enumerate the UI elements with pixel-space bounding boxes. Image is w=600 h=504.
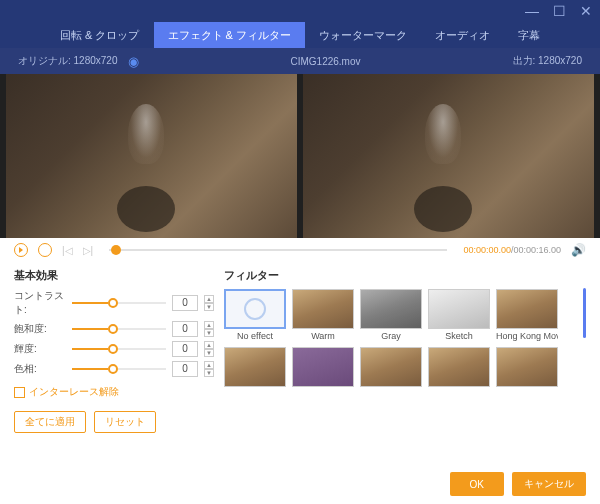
saturation-label: 飽和度: xyxy=(14,322,66,336)
filter-label: Sketch xyxy=(428,331,490,341)
saturation-value[interactable]: 0 xyxy=(172,321,198,337)
output-preview xyxy=(303,74,594,238)
info-bar: オリジナル: 1280x720 ◉ CIMG1226.mov 出力: 1280x… xyxy=(0,48,600,74)
preview-area xyxy=(0,74,600,238)
saturation-stepper[interactable]: ▲▼ xyxy=(204,321,214,337)
hue-stepper[interactable]: ▲▼ xyxy=(204,361,214,377)
brightness-stepper[interactable]: ▲▼ xyxy=(204,341,214,357)
dialog-footer: OK キャンセル xyxy=(450,472,586,496)
brightness-row: 輝度: 0 ▲▼ xyxy=(14,341,214,357)
contrast-value[interactable]: 0 xyxy=(172,295,198,311)
checkbox-icon xyxy=(14,387,25,398)
tab-bar: 回転 & クロップ エフェクト & フィルター ウォーターマーク オーディオ 字… xyxy=(0,22,600,48)
contrast-slider[interactable] xyxy=(72,302,166,304)
contrast-label: コントラスト: xyxy=(14,289,66,317)
contrast-row: コントラスト: 0 ▲▼ xyxy=(14,289,214,317)
filter-thumb[interactable] xyxy=(224,347,286,387)
filter-scrollbar[interactable] xyxy=(583,288,586,338)
hue-label: 色相: xyxy=(14,362,66,376)
basic-effects-title: 基本効果 xyxy=(14,268,214,283)
filter-sketch[interactable] xyxy=(428,289,490,329)
volume-icon[interactable]: 🔊 xyxy=(571,243,586,257)
filter-no-effect[interactable] xyxy=(224,289,286,329)
filter-label: No effect xyxy=(224,331,286,341)
stop-button[interactable] xyxy=(38,243,52,257)
brightness-value[interactable]: 0 xyxy=(172,341,198,357)
minimize-button[interactable]: — xyxy=(525,3,539,19)
tab-rotate-crop[interactable]: 回転 & クロップ xyxy=(46,22,153,48)
deinterlace-checkbox[interactable]: インターレース解除 xyxy=(14,385,214,399)
filters-panel: フィルター No effect Warm Gray Sketch Hong Ko… xyxy=(224,268,573,462)
tab-subtitle[interactable]: 字幕 xyxy=(504,22,554,48)
filters-title: フィルター xyxy=(224,268,573,283)
filter-warm[interactable] xyxy=(292,289,354,329)
apply-all-button[interactable]: 全てに適用 xyxy=(14,411,86,433)
filename-label: CIMG1226.mov xyxy=(290,56,360,67)
saturation-slider[interactable] xyxy=(72,328,166,330)
filter-thumb[interactable] xyxy=(360,347,422,387)
filter-hongkong[interactable] xyxy=(496,289,558,329)
filter-label: Warm xyxy=(292,331,354,341)
prev-frame-button[interactable]: |◁ xyxy=(62,245,73,256)
cancel-button[interactable]: キャンセル xyxy=(512,472,586,496)
original-dimensions: オリジナル: 1280x720 xyxy=(18,54,118,68)
contrast-stepper[interactable]: ▲▼ xyxy=(204,295,214,311)
basic-effects-panel: 基本効果 コントラスト: 0 ▲▼ 飽和度: 0 ▲▼ 輝度: 0 ▲▼ 色相:… xyxy=(14,268,214,462)
time-display: 00:00:00.00/00:00:16.00 xyxy=(463,245,561,255)
brightness-label: 輝度: xyxy=(14,342,66,356)
titlebar: — ☐ ✕ xyxy=(0,0,600,22)
filter-label: Gray xyxy=(360,331,422,341)
filter-thumb[interactable] xyxy=(428,347,490,387)
hue-value[interactable]: 0 xyxy=(172,361,198,377)
saturation-row: 飽和度: 0 ▲▼ xyxy=(14,321,214,337)
tab-audio[interactable]: オーディオ xyxy=(421,22,504,48)
filter-thumb[interactable] xyxy=(496,347,558,387)
reset-button[interactable]: リセット xyxy=(94,411,156,433)
hue-slider[interactable] xyxy=(72,368,166,370)
seek-slider[interactable] xyxy=(109,249,447,251)
filter-label: Hong Kong Movie xyxy=(496,331,558,341)
tab-watermark[interactable]: ウォーターマーク xyxy=(305,22,421,48)
output-dimensions: 出力: 1280x720 xyxy=(513,54,583,68)
hue-row: 色相: 0 ▲▼ xyxy=(14,361,214,377)
brightness-slider[interactable] xyxy=(72,348,166,350)
preview-toggle-icon[interactable]: ◉ xyxy=(128,54,139,69)
playback-bar: |◁ ▷| 00:00:00.00/00:00:16.00 🔊 xyxy=(0,238,600,262)
filter-thumb[interactable] xyxy=(292,347,354,387)
ok-button[interactable]: OK xyxy=(450,472,504,496)
close-button[interactable]: ✕ xyxy=(580,3,592,19)
original-preview xyxy=(6,74,297,238)
tab-effect-filter[interactable]: エフェクト & フィルター xyxy=(154,22,305,48)
play-button[interactable] xyxy=(14,243,28,257)
next-frame-button[interactable]: ▷| xyxy=(83,245,94,256)
maximize-button[interactable]: ☐ xyxy=(553,3,566,19)
filter-gray[interactable] xyxy=(360,289,422,329)
